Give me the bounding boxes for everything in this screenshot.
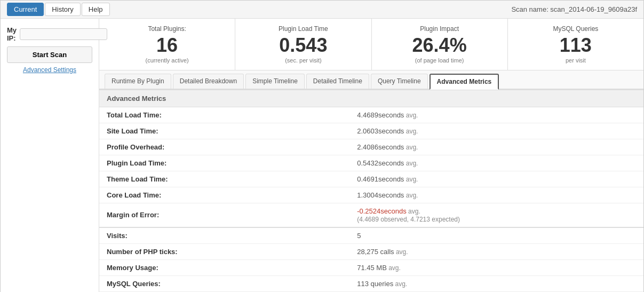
tab-detailed-breakdown[interactable]: Detailed Breakdown [173,74,244,89]
tab-history[interactable]: History [45,3,80,16]
row-label: Memory Usage: [99,259,349,275]
row-value: 2.0603seconds avg. [349,123,643,139]
row-label: MySQL Queries: [99,275,349,291]
stat-plugin-impact-label: Plugin Impact [380,25,499,33]
table-row: Margin of Error: -0.2524seconds avg. (4.… [99,203,643,227]
row-label: Total Load Time: [99,107,349,123]
table-row: Visits: 5 [99,227,643,244]
right-panel: Total Plugins: 16 (currently active) Plu… [99,19,643,292]
row-label: Number of PHP ticks: [99,243,349,259]
scan-name: Scan name: scan_2014-06-19_9609a23f [511,5,637,13]
row-value: 5 [349,227,643,244]
row-label: Profile Overhead: [99,139,349,155]
metrics-header-label: Advanced Metrics [99,90,643,107]
my-ip-input[interactable] [20,28,107,40]
row-value: 0.4691seconds avg. [349,171,643,187]
tab-help[interactable]: Help [82,3,110,16]
stat-plugin-load-time-sub: (sec. per visit) [244,57,362,64]
row-value: 2.4086seconds avg. [349,139,643,155]
table-row: Profile Overhead: 2.4086seconds avg. [99,139,643,155]
table-row: Theme Load Time: 0.4691seconds avg. [99,171,643,187]
stat-total-plugins-value: 16 [108,35,226,56]
stat-plugin-impact-value: 26.4% [380,35,499,56]
sidebar: My IP: Start Scan Advanced Settings [1,19,99,292]
table-row: Memory Usage: 71.45 MB avg. [99,259,643,275]
row-value: 0.5432seconds avg. [349,155,643,171]
row-label: Site Load Time: [99,123,349,139]
start-scan-button[interactable]: Start Scan [7,46,92,63]
row-value: 71.45 MB avg. [349,259,643,275]
row-label: Core Load Time: [99,187,349,203]
my-ip-row: My IP: [7,26,92,42]
stat-total-plugins-label: Total Plugins: [108,25,226,33]
row-label: Margin of Error: [99,203,349,227]
stat-plugin-load-time-label: Plugin Load Time [244,25,362,33]
stat-plugin-load-time: Plugin Load Time 0.543 (sec. per visit) [235,19,371,70]
table-row: MySQL Queries: 113 queries avg. [99,275,643,291]
stat-mysql-queries-value: 113 [516,35,635,56]
row-value: 28,275 calls avg. [349,243,643,259]
advanced-settings-link[interactable]: Advanced Settings [7,66,92,74]
top-navigation: Current History Help Scan name: scan_201… [1,1,643,19]
metrics-section-header: Advanced Metrics [99,90,643,107]
metrics-section: Advanced Metrics Total Load Time: 4.4689… [99,90,643,292]
stat-total-plugins-sub: (currently active) [108,57,226,64]
my-ip-label: My IP: [7,26,17,42]
row-value: -0.2524seconds avg. (4.4689 observed, 4.… [349,203,643,227]
tab-detailed-timeline[interactable]: Detailed Timeline [306,74,369,89]
tab-current[interactable]: Current [7,3,44,16]
table-row: Total Load Time: 4.4689seconds avg. [99,107,643,123]
stat-mysql-queries-sub: per visit [516,57,635,64]
tab-query-timeline[interactable]: Query Timeline [371,74,428,89]
stat-mysql-queries-label: MySQL Queries [516,25,635,33]
tab-runtime-by-plugin[interactable]: Runtime By Plugin [105,74,171,89]
row-value: 1.3004seconds avg. [349,187,643,203]
table-row: Core Load Time: 1.3004seconds avg. [99,187,643,203]
metrics-table: Advanced Metrics Total Load Time: 4.4689… [99,90,643,292]
table-row: Plugin Load Time: 0.5432seconds avg. [99,155,643,171]
stat-plugin-load-time-value: 0.543 [244,35,362,56]
content-tab-bar: Runtime By Plugin Detailed Breakdown Sim… [99,70,643,90]
nav-tabs: Current History Help [7,3,110,16]
stats-row: Total Plugins: 16 (currently active) Plu… [99,19,643,70]
content-area: Runtime By Plugin Detailed Breakdown Sim… [99,70,643,292]
tab-advanced-metrics[interactable]: Advanced Metrics [430,74,499,90]
margin-error-secondary: (4.4689 observed, 4.7213 expected) [357,216,460,223]
row-label: Plugin Load Time: [99,155,349,171]
row-label: Theme Load Time: [99,171,349,187]
row-value: 113 queries avg. [349,275,643,291]
tab-simple-timeline[interactable]: Simple Timeline [245,74,305,89]
table-row: Site Load Time: 2.0603seconds avg. [99,123,643,139]
stat-mysql-queries: MySQL Queries 113 per visit [507,19,643,70]
table-row: Number of PHP ticks: 28,275 calls avg. [99,243,643,259]
row-value: 4.4689seconds avg. [349,107,643,123]
stat-plugin-impact-sub: (of page load time) [380,57,499,64]
row-label: Visits: [99,227,349,244]
stat-total-plugins: Total Plugins: 16 (currently active) [99,19,235,70]
stat-plugin-impact: Plugin Impact 26.4% (of page load time) [371,19,507,70]
